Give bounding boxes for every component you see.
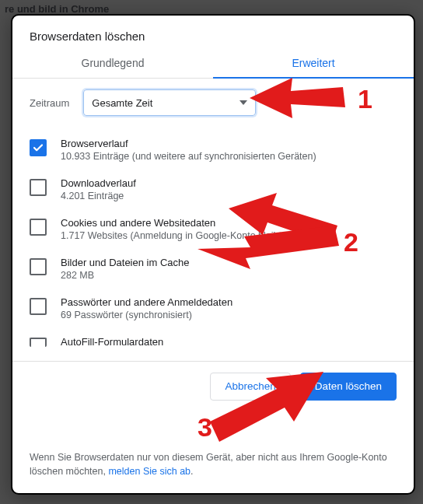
- background-page-text: re und bild in Chrome: [5, 3, 109, 15]
- time-range-value: Gesamte Zeit: [92, 97, 152, 109]
- item-sub: 10.933 Einträge (und weitere auf synchro…: [61, 151, 316, 162]
- list-item: Bilder und Dateien im Cache 282 MB: [30, 249, 397, 289]
- time-range-label: Zeitraum: [30, 97, 69, 109]
- list-item: Cookies und andere Websitedaten 1.717 We…: [30, 209, 397, 249]
- note-text: Wenn Sie Browserdaten nur von diesem Ger…: [30, 452, 387, 478]
- tab-basic[interactable]: Grundlegend: [12, 47, 213, 78]
- dialog-body: Zeitraum Gesamte Zeit Browserverlauf 10.…: [12, 79, 414, 361]
- chevron-down-icon: [239, 100, 247, 105]
- time-range-select[interactable]: Gesamte Zeit: [83, 89, 256, 116]
- list-item: Downloadverlauf 4.201 Einträge: [30, 170, 397, 209]
- item-sub: 1.717 Websites (Anmeldung in Google-Kont…: [61, 230, 323, 241]
- item-label: AutoFill-Formulardaten: [61, 336, 163, 348]
- dialog-tabs: Grundlegend Erweitert: [12, 47, 414, 79]
- data-type-list: Browserverlauf 10.933 Einträge (und weit…: [12, 130, 414, 348]
- time-range-row: Zeitraum Gesamte Zeit: [12, 79, 414, 130]
- checkbox-browser-history[interactable]: [30, 139, 47, 156]
- checkbox-passwords[interactable]: [30, 298, 47, 315]
- dialog-buttons: Abbrechen Daten löschen: [12, 362, 414, 407]
- item-label: Bilder und Dateien im Cache: [61, 257, 189, 268]
- item-label: Downloadverlauf: [61, 177, 136, 189]
- item-label: Cookies und andere Websitedaten: [61, 217, 323, 229]
- dialog-title: Browserdaten löschen: [12, 16, 414, 47]
- item-label: Browserverlauf: [61, 138, 316, 149]
- item-sub: 4.201 Einträge: [61, 191, 136, 201]
- checkbox-cookies[interactable]: [30, 219, 47, 236]
- checkbox-cache[interactable]: [30, 258, 47, 275]
- item-sub: 69 Passwörter (synchronisiert): [61, 310, 232, 320]
- sign-out-link[interactable]: melden Sie sich ab: [108, 466, 191, 477]
- item-sub: 282 MB: [61, 270, 189, 281]
- list-item: Browserverlauf 10.933 Einträge (und weit…: [30, 130, 397, 170]
- tab-advanced[interactable]: Erweitert: [213, 47, 414, 79]
- item-label: Passwörter und andere Anmeldedaten: [61, 296, 232, 308]
- clear-data-button[interactable]: Daten löschen: [300, 373, 397, 401]
- clear-browsing-data-dialog: Browserdaten löschen Grundlegend Erweite…: [11, 14, 415, 495]
- signout-note: Wenn Sie Browserdaten nur von diesem Ger…: [12, 407, 414, 494]
- checkbox-download-history[interactable]: [30, 179, 47, 196]
- checkbox-autofill[interactable]: [30, 338, 47, 347]
- list-item: AutoFill-Formulardaten: [30, 328, 397, 348]
- cancel-button[interactable]: Abbrechen: [210, 373, 290, 401]
- list-item: Passwörter und andere Anmeldedaten 69 Pa…: [30, 289, 397, 328]
- note-suffix: .: [191, 466, 193, 477]
